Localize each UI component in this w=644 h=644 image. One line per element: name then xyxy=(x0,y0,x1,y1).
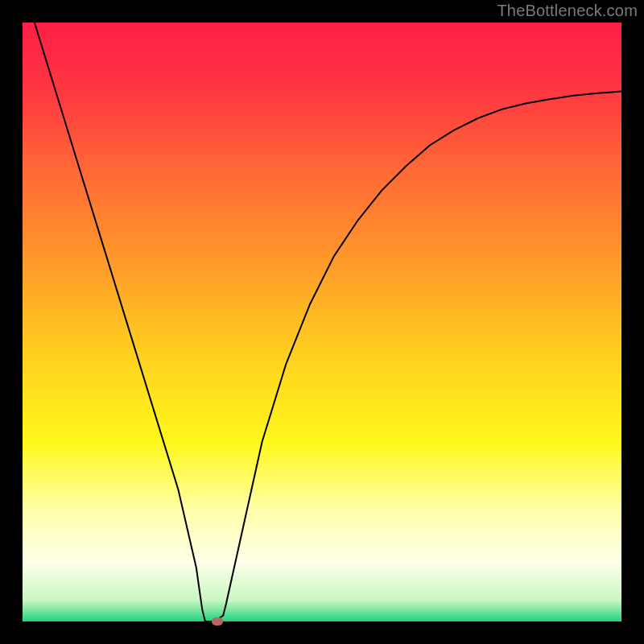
chart-frame: TheBottleneck.com xyxy=(0,0,644,644)
chart-svg xyxy=(23,23,621,621)
gradient-background xyxy=(23,23,621,621)
optimum-marker xyxy=(212,617,223,625)
chart-plot-area xyxy=(23,23,621,621)
watermark-text: TheBottleneck.com xyxy=(497,2,638,20)
